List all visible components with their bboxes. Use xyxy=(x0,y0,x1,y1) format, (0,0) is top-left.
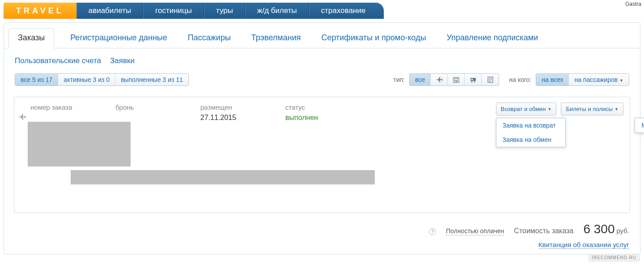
type-all[interactable]: все xyxy=(410,74,431,85)
whom-passengers[interactable]: на пассажиров ▼ xyxy=(569,74,629,85)
dropdown-tickets-policies[interactable]: Билеты и полисы▼ xyxy=(561,103,623,115)
account-tabs: Заказы Регистрационные данные Пассажиры … xyxy=(4,23,640,48)
chevron-down-icon: ▼ xyxy=(614,107,619,111)
mi-refund-request[interactable]: Заявка на возврат xyxy=(496,118,565,132)
link-accounts[interactable]: Пользовательские счета xyxy=(15,56,101,65)
document-icon xyxy=(487,77,493,83)
whom-label: на кого: xyxy=(509,76,531,83)
val-placed: 27.11.2015 xyxy=(200,114,267,122)
receipt-line: Квитанция об оказании услуг xyxy=(4,241,629,248)
order-type-icon xyxy=(18,113,26,120)
chevron-down-icon: ▼ xyxy=(548,107,552,111)
tab-promo[interactable]: Сертификаты и промо-коды xyxy=(317,29,430,48)
filter-bar: все 5 из 17 активные 3 из 0 выполненные … xyxy=(4,73,640,92)
whom-all[interactable]: на всех xyxy=(536,74,569,85)
link-requests[interactable]: Заявки xyxy=(110,56,135,65)
filter-active[interactable]: активные 3 из 0 xyxy=(58,74,115,85)
mi-itinerary-receipt[interactable]: Маршрутная квитанция xyxy=(635,118,644,132)
watermark: IRECOMMEND.RU xyxy=(589,254,640,258)
nav-hotels[interactable]: гостиницы xyxy=(143,3,204,19)
filter-all[interactable]: все 5 из 17 xyxy=(15,74,58,85)
svg-rect-3 xyxy=(457,78,458,79)
svg-rect-1 xyxy=(454,78,455,79)
link-service-receipt[interactable]: Квитанция об оказании услуг xyxy=(538,241,629,249)
svg-rect-2 xyxy=(456,78,457,79)
mi-exchange-request[interactable]: Заявка на обмен xyxy=(496,132,565,147)
type-label: тип: xyxy=(394,76,405,83)
tab-orders[interactable]: Заказы xyxy=(8,28,54,48)
type-hotel[interactable] xyxy=(448,74,465,85)
type-filter: все xyxy=(409,73,499,86)
chevron-down-icon: ▼ xyxy=(619,78,623,83)
price-currency: руб. xyxy=(616,227,629,235)
type-rail[interactable] xyxy=(465,74,482,85)
corner-label: Gastra xyxy=(625,1,641,7)
nav-tours[interactable]: туры xyxy=(204,3,245,19)
price-value: 6 300 xyxy=(583,222,614,236)
filter-done[interactable]: выполненные 3 из 11 xyxy=(115,74,188,85)
sub-links: Пользовательские счета Заявки xyxy=(4,48,640,73)
dropdown-refund-exchange[interactable]: Возврат и обмен▼ xyxy=(496,103,557,115)
svg-point-8 xyxy=(471,81,472,83)
val-status: выполнен xyxy=(285,114,352,122)
head-booking: бронь xyxy=(115,103,182,111)
tab-registration[interactable]: Регистрационные данные xyxy=(66,29,172,48)
head-placed: размещен xyxy=(200,103,267,111)
nav-flights[interactable]: авиабилеты xyxy=(76,3,143,19)
main-panel: Заказы Регистрационные данные Пассажиры … xyxy=(4,22,640,254)
nav-insurance[interactable]: страхование xyxy=(309,3,384,19)
menu-tickets-policies: Маршрутная квитанция xyxy=(635,118,644,133)
order-actions: Возврат и обмен▼ Заявка на возврат Заявк… xyxy=(496,103,623,115)
nav-rail[interactable]: ж/д билеты xyxy=(245,3,309,19)
hotel-icon xyxy=(453,77,459,83)
help-icon[interactable]: ? xyxy=(429,228,436,235)
train-icon xyxy=(470,77,477,83)
tab-passengers[interactable]: Пассажиры xyxy=(183,29,235,48)
order-card: номер заказа бронь размещен 27.11.2015 с… xyxy=(14,97,630,213)
tab-subscriptions[interactable]: Управление подписками xyxy=(442,29,542,48)
type-insurance[interactable] xyxy=(482,74,499,85)
payment-line: ? Полностью оплачен Стоимость заказа 6 3… xyxy=(4,222,629,236)
svg-rect-10 xyxy=(471,79,473,80)
redacted-line xyxy=(71,170,375,184)
redacted-block xyxy=(28,122,131,167)
svg-rect-7 xyxy=(470,78,476,81)
menu-refund-exchange: Заявка на возврат Заявка на обмен xyxy=(496,118,566,147)
paid-status[interactable]: Полностью оплачен xyxy=(446,227,504,235)
head-status: статус xyxy=(285,103,352,111)
tab-travelmania[interactable]: Трэвелмания xyxy=(247,29,305,48)
svg-rect-4 xyxy=(454,80,455,81)
plane-icon xyxy=(436,77,443,83)
logo[interactable]: TRAVEL xyxy=(4,3,76,19)
type-flight[interactable] xyxy=(431,74,448,85)
head-order-number: номер заказа xyxy=(30,103,97,111)
svg-point-9 xyxy=(474,81,475,83)
whom-filter: на всех на пассажиров ▼ xyxy=(536,73,629,86)
svg-rect-6 xyxy=(456,80,457,82)
status-filter: все 5 из 17 активные 3 из 0 выполненные … xyxy=(15,73,189,86)
svg-rect-5 xyxy=(457,80,458,81)
top-nav: TRAVEL авиабилеты гостиницы туры ж/д бил… xyxy=(4,3,644,19)
price-label: Стоимость заказа xyxy=(514,227,573,235)
